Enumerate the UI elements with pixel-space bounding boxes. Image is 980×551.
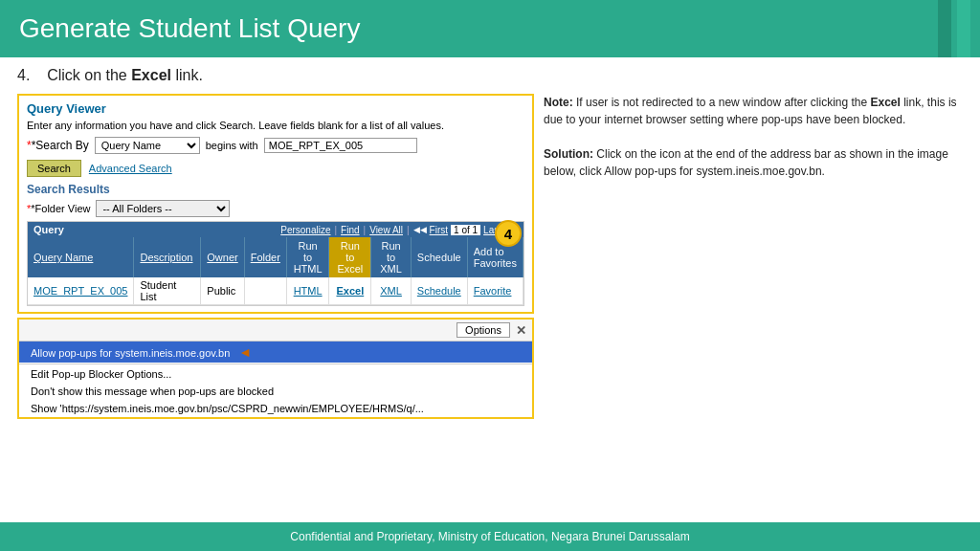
step-bold: Excel	[131, 67, 171, 83]
query-viewer-instructions: Enter any information you have and click…	[27, 120, 524, 131]
col-schedule: Schedule	[411, 237, 467, 277]
solution-body: Click on the icon at the end of the addr…	[544, 147, 948, 178]
footer-text: Confidential and Proprietary, Ministry o…	[290, 530, 689, 543]
first-link[interactable]: First	[430, 225, 448, 235]
popup-header: Options ✕	[19, 320, 532, 342]
advanced-search-link[interactable]: Advanced Search	[89, 163, 172, 174]
query-viewer-title: Query Viewer	[27, 101, 524, 116]
header-bar-1	[938, 0, 951, 57]
find-link[interactable]: Find	[341, 225, 359, 235]
solution-text: Solution: Click on the icon at the end o…	[544, 145, 963, 180]
popup-menu-item-3[interactable]: Don't show this message when pop-ups are…	[19, 383, 532, 400]
popup-menu-item-4[interactable]: Show 'https://system.ineis.moe.gov.bn/ps…	[19, 400, 532, 417]
popup-menu-item-2[interactable]: Edit Pop-up Blocker Options...	[19, 365, 532, 383]
table-toolbar: Query Personalize | Find | View All | ◀◀…	[28, 222, 523, 237]
page-title: Generate Student List Query	[19, 13, 360, 44]
popup-menu-separator	[19, 364, 532, 364]
step-badge-4: 4	[495, 220, 522, 247]
query-value-input[interactable]	[264, 138, 417, 153]
cell-folder	[244, 277, 286, 305]
cell-excel: Excel	[329, 277, 371, 305]
popup-screenshot: Options ✕ Allow pop-ups for system.ineis…	[17, 318, 534, 419]
step-text-post: link.	[171, 67, 203, 83]
note-bold-excel: Excel	[871, 96, 901, 109]
pagination-first[interactable]: ◀◀	[413, 225, 427, 234]
cell-html: HTML	[286, 277, 328, 305]
solution-label: Solution:	[544, 147, 593, 161]
cell-description: Student List	[134, 277, 201, 305]
footer: Confidential and Proprietary, Ministry o…	[0, 522, 980, 551]
col-run-html: Run toHTML	[286, 237, 328, 277]
table-header-row: Query Name Description Owner Folder Run …	[28, 237, 523, 277]
col-folder: Folder	[244, 237, 286, 277]
search-by-row: **Search By Query Name begins with	[27, 137, 524, 154]
query-viewer-panel: Query Viewer Enter any information you h…	[17, 94, 534, 314]
step-text-pre: Click on the	[47, 67, 131, 83]
table-row: MOE_RPT_EX_005 Student List Public HTML …	[28, 277, 523, 305]
header-decoration	[938, 0, 970, 57]
step-number: 4.	[17, 67, 30, 83]
main-content: 4. Click on the Excel link. Query Viewer…	[0, 57, 980, 427]
results-table-wrapper: 4 Query Personalize | Find | View All | …	[27, 221, 524, 306]
search-button[interactable]: Search	[27, 160, 81, 177]
search-results-title: Search Results	[27, 183, 524, 196]
cell-xml: XML	[371, 277, 412, 305]
note-text: Note: If user is not redirected to a new…	[544, 94, 963, 128]
begins-with-label: begins with	[206, 140, 258, 151]
right-column: Note: If user is not redirected to a new…	[544, 94, 963, 419]
note-text-1: If user is not redirected to a new windo…	[573, 96, 871, 109]
cell-owner: Public	[201, 277, 244, 305]
cell-favorite: Favorite	[467, 277, 523, 305]
personalize-link[interactable]: Personalize	[280, 225, 330, 235]
col-query-name: Query Name	[28, 237, 134, 277]
two-column-layout: Query Viewer Enter any information you h…	[17, 94, 963, 419]
col-run-xml: Run toXML	[371, 237, 412, 277]
search-by-label: **Search By	[27, 139, 89, 152]
folder-view-label: **Folder View	[27, 203, 90, 214]
folder-view-select[interactable]: -- All Folders --	[96, 200, 230, 217]
results-table: Query Name Description Owner Folder Run …	[28, 237, 523, 305]
toolbar-title: Query	[33, 224, 64, 235]
header-bar-2	[957, 0, 970, 57]
step-instruction: 4. Click on the Excel link.	[17, 67, 963, 84]
cell-query-name: MOE_RPT_EX_005	[28, 277, 134, 305]
popup-menu-item-1-text: Allow pop-ups for system.ineis.moe.gov.b…	[31, 347, 230, 359]
folder-view-row: **Folder View -- All Folders --	[27, 200, 524, 217]
buttons-row: Search Advanced Search	[27, 160, 524, 177]
run-excel-link[interactable]: Excel	[336, 285, 364, 297]
col-description: Description	[134, 237, 201, 277]
page-header: Generate Student List Query	[0, 0, 980, 57]
search-by-select[interactable]: Query Name	[95, 137, 200, 154]
left-column: Query Viewer Enter any information you h…	[17, 94, 534, 419]
close-icon[interactable]: ✕	[516, 323, 526, 338]
popup-menu-item-1[interactable]: Allow pop-ups for system.ineis.moe.gov.b…	[19, 342, 532, 363]
page-info: 1 of 1	[451, 225, 480, 235]
col-owner: Owner	[201, 237, 244, 277]
view-all-link[interactable]: View All	[369, 225, 403, 235]
note-label: Note:	[544, 96, 573, 109]
note-panel: Note: If user is not redirected to a new…	[544, 94, 963, 180]
col-run-excel: Run toExcel	[329, 237, 371, 277]
arrow-icon: ◄	[238, 344, 252, 360]
options-button[interactable]: Options	[457, 322, 510, 338]
cell-schedule: Schedule	[411, 277, 467, 305]
toolbar-right: Personalize | Find | View All | ◀◀ First…	[280, 225, 518, 235]
popup-menu: Allow pop-ups for system.ineis.moe.gov.b…	[19, 342, 532, 417]
